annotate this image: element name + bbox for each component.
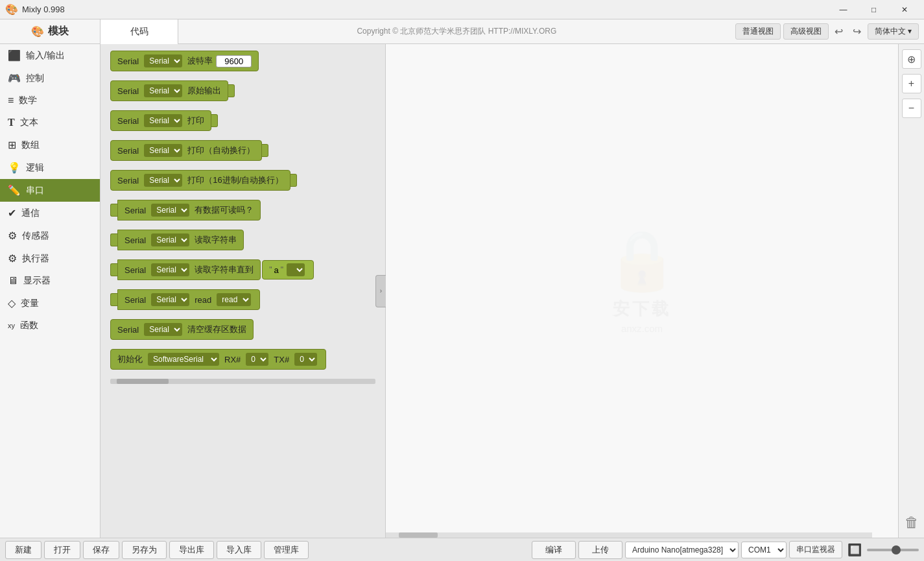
zoom-thumb[interactable] xyxy=(892,545,901,555)
sidebar-item-logic[interactable]: 💡 逻辑 xyxy=(0,156,100,179)
collapse-button[interactable]: › xyxy=(375,275,386,307)
block-readuntil-type-select[interactable] xyxy=(287,263,305,276)
tab-modules[interactable]: 🎨 模块 xyxy=(0,19,101,44)
close-button[interactable]: ✕ xyxy=(890,0,919,19)
board-select[interactable]: Arduino Nano[atmega328] xyxy=(625,542,739,558)
block-avail-serial-select[interactable]: Serial xyxy=(151,204,189,217)
zoom-in-button[interactable]: + xyxy=(902,74,921,93)
block-baud-input[interactable] xyxy=(216,55,252,67)
block-readstr-serial-select[interactable]: Serial xyxy=(151,233,189,246)
block-rawout-label: 原始输出 xyxy=(187,85,221,97)
zoom-slider[interactable] xyxy=(867,549,919,551)
block-read[interactable]: Serial Serial read read xyxy=(110,289,375,310)
block-rawout-serial-select[interactable]: Serial xyxy=(144,84,182,97)
comm-icon: ✔ xyxy=(8,207,16,219)
block-print-hex[interactable]: Serial Serial 打印（16进制/自动换行） xyxy=(110,170,375,191)
manage-button[interactable]: 管理库 xyxy=(264,541,309,559)
crosshair-button[interactable]: ⊕ xyxy=(902,49,921,69)
block-read-string[interactable]: Serial Serial 读取字符串 xyxy=(110,230,375,250)
variable-icon: ◇ xyxy=(8,297,16,309)
block-readstr-serial-label: Serial xyxy=(124,235,146,245)
sidebar-item-variable[interactable]: ◇ 变量 xyxy=(0,292,100,315)
sidebar-item-control[interactable]: 🎮 控制 xyxy=(0,67,100,90)
minimize-button[interactable]: — xyxy=(829,0,858,19)
watermark-text: 安下载 xyxy=(606,298,678,320)
new-button[interactable]: 新建 xyxy=(5,541,41,559)
math-icon: ≡ xyxy=(8,95,14,106)
block-print-serial-label: Serial xyxy=(117,116,139,126)
block-read-until[interactable]: Serial Serial 读取字符串直到 " a " xyxy=(110,259,375,280)
sidebar-item-io[interactable]: ⬛ 输入/输出 xyxy=(0,44,100,67)
sidebar-item-comm[interactable]: ✔ 通信 xyxy=(0,202,100,224)
canvas-hscrollbar[interactable] xyxy=(386,532,872,538)
canvas-area: 🔒 安下载 anxz.com xyxy=(386,44,898,538)
import-button[interactable]: 导入库 xyxy=(217,541,261,559)
open-button[interactable]: 打开 xyxy=(44,541,80,559)
sidebar-item-comm-label: 通信 xyxy=(21,208,40,219)
block-print-serial-select[interactable]: Serial xyxy=(144,114,182,127)
block-available[interactable]: Serial Serial 有数据可读吗？ xyxy=(110,200,375,221)
upload-button[interactable]: 上传 xyxy=(578,541,622,559)
block-softserial-select[interactable]: SoftwareSerial xyxy=(148,353,219,366)
block-softserial-init-label: 初始化 xyxy=(117,353,143,365)
sidebar-item-actuator-label: 执行器 xyxy=(22,253,49,265)
sidebar-item-text[interactable]: T 文本 xyxy=(0,112,100,134)
com-select[interactable]: COM1 xyxy=(741,542,787,558)
block-baud-rate[interactable]: Serial Serial 波特率 xyxy=(110,51,375,71)
logic-icon: 💡 xyxy=(8,161,21,174)
block-println-serial-select[interactable]: Serial xyxy=(144,144,182,157)
normal-view-button[interactable]: 普通视图 xyxy=(735,23,781,40)
chip-icon: 🔲 xyxy=(847,543,862,557)
toolbar-copyright: Copyright © 北京师范大学米思齐团队 HTTP://MIXLY.ORG xyxy=(178,26,735,37)
save-button[interactable]: 保存 xyxy=(83,541,119,559)
save-as-button[interactable]: 另存为 xyxy=(122,541,167,559)
block-panel-scrollbar[interactable] xyxy=(110,379,375,384)
sidebar-item-text-label: 文本 xyxy=(20,117,38,128)
sidebar-item-sensor[interactable]: ⚙ 传感器 xyxy=(0,224,100,247)
tab-modules-label: 模块 xyxy=(48,25,69,38)
app-title: Mixly 0.998 xyxy=(22,5,829,14)
block-flush-serial-label: Serial xyxy=(117,325,139,335)
display-icon: 🖥 xyxy=(8,275,18,287)
export-button[interactable]: 导出库 xyxy=(169,541,214,559)
block-flush-label: 清空缓存区数据 xyxy=(187,324,246,335)
block-print[interactable]: Serial Serial 打印 xyxy=(110,110,375,131)
sidebar-item-actuator[interactable]: ⚙ 执行器 xyxy=(0,247,100,270)
block-printhex-serial-label: Serial xyxy=(117,176,139,185)
block-softserial-tx-select[interactable]: 0 xyxy=(294,353,317,366)
block-read-type-select[interactable]: read xyxy=(217,293,251,306)
block-read-serial-select[interactable]: Serial xyxy=(151,293,189,306)
trash-button[interactable]: 🗑 xyxy=(905,514,919,531)
serial-monitor-button[interactable]: 串口监视器 xyxy=(789,541,842,558)
app-icon: 🎨 xyxy=(5,3,18,16)
sidebar-item-function[interactable]: xy 函数 xyxy=(0,315,100,337)
sidebar-item-math[interactable]: ≡ 数学 xyxy=(0,90,100,112)
block-softserial-rx-label: RX# xyxy=(224,355,241,364)
block-readuntil-serial-select[interactable]: Serial xyxy=(151,263,189,276)
block-baud-serial-select[interactable]: Serial xyxy=(144,54,182,67)
sidebar-item-math-label: 数学 xyxy=(19,95,37,106)
redo-button[interactable]: ↪ xyxy=(849,24,865,40)
text-icon: T xyxy=(8,117,15,128)
sidebar-item-serial[interactable]: ✏️ 串口 xyxy=(0,179,100,202)
sidebar-item-display[interactable]: 🖥 显示器 xyxy=(0,270,100,292)
sidebar-item-array[interactable]: ⊞ 数组 xyxy=(0,134,100,156)
language-button[interactable]: 简体中文 ▾ xyxy=(868,23,919,40)
block-println[interactable]: Serial Serial 打印（自动换行） xyxy=(110,140,375,161)
block-printhex-serial-select[interactable]: Serial xyxy=(144,174,182,187)
undo-button[interactable]: ↩ xyxy=(831,24,847,40)
maximize-button[interactable]: □ xyxy=(859,0,888,19)
block-println-label: 打印（自动换行） xyxy=(187,145,255,156)
block-softserial-rx-select[interactable]: 0 xyxy=(246,353,268,366)
block-softserial[interactable]: 初始化 SoftwareSerial RX# 0 TX# 0 xyxy=(110,349,375,370)
block-readuntil-string[interactable]: " a " xyxy=(262,260,314,280)
block-flush[interactable]: Serial Serial 清空缓存区数据 xyxy=(110,319,375,340)
tab-code[interactable]: 代码 xyxy=(101,19,178,44)
zoom-out-button[interactable]: − xyxy=(902,99,921,118)
block-raw-output[interactable]: Serial Serial 原始输出 xyxy=(110,80,375,101)
tab-modules-icon: 🎨 xyxy=(31,25,44,38)
block-flush-serial-select[interactable]: Serial xyxy=(144,323,182,336)
advanced-view-button[interactable]: 高级视图 xyxy=(783,23,829,40)
compile-button[interactable]: 编译 xyxy=(532,541,576,559)
actuator-icon: ⚙ xyxy=(8,252,17,265)
